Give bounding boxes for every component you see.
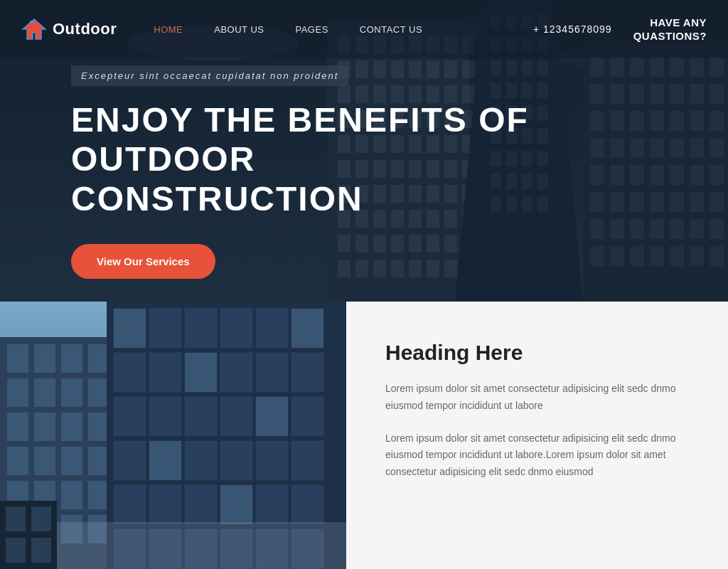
svg-rect-249 (256, 397, 288, 436)
svg-rect-187 (34, 344, 55, 373)
svg-rect-205 (88, 481, 109, 509)
logo[interactable]: Outdoor (21, 16, 117, 42)
svg-rect-234 (291, 441, 323, 480)
phone-number: + 12345678099 (533, 23, 612, 35)
svg-rect-231 (185, 441, 217, 480)
svg-rect-204 (61, 481, 82, 509)
nav-about[interactable]: ABOUT US (198, 24, 279, 35)
svg-rect-224 (149, 397, 181, 436)
svg-rect-215 (256, 309, 288, 348)
lower-heading: Heading Here (385, 341, 696, 365)
svg-rect-212 (149, 309, 181, 348)
svg-rect-235 (114, 485, 146, 524)
building-image (0, 302, 346, 569)
svg-rect-220 (220, 353, 252, 392)
svg-rect-198 (7, 447, 28, 475)
svg-rect-250 (149, 441, 181, 480)
svg-rect-218 (149, 353, 181, 392)
svg-rect-191 (34, 378, 55, 407)
logo-icon (21, 16, 47, 42)
svg-rect-193 (88, 378, 109, 407)
nav-pages[interactable]: PAGES (279, 24, 343, 35)
cta-button[interactable]: HAVE ANY QUASTIONS? (633, 16, 707, 43)
brand-name: Outdoor (53, 20, 117, 38)
svg-rect-182 (30, 21, 34, 23)
svg-rect-221 (256, 353, 288, 392)
hero-section: Outdoor HOME ABOUT US PAGES CONTACT US +… (0, 0, 728, 302)
svg-rect-199 (34, 447, 55, 475)
svg-rect-223 (114, 397, 146, 436)
nav-contact[interactable]: CONTACT US (344, 24, 438, 35)
lower-para-2: Lorem ipsum dolor sit amet consectetur a… (385, 430, 696, 481)
building-svg (0, 302, 346, 569)
svg-rect-229 (114, 441, 146, 480)
svg-rect-192 (61, 378, 82, 407)
svg-rect-247 (114, 309, 146, 348)
view-services-button[interactable]: View Our Services (71, 244, 215, 279)
navbar: Outdoor HOME ABOUT US PAGES CONTACT US +… (0, 0, 728, 58)
svg-rect-232 (220, 441, 252, 480)
lower-section: Heading Here Lorem ipsum dolor sit amet … (0, 302, 728, 569)
svg-rect-201 (88, 447, 109, 475)
svg-rect-194 (7, 413, 28, 441)
svg-rect-189 (88, 344, 109, 373)
svg-rect-200 (61, 447, 82, 475)
lower-para-1: Lorem ipsum dolor sit amet consectetur a… (385, 381, 696, 415)
nav-home[interactable]: HOME (138, 24, 198, 35)
svg-rect-186 (7, 344, 28, 373)
hero-title: ENJOY THE BENEFITS OF OUTDOOR CONSTRUCTI… (71, 100, 626, 218)
nav-links: HOME ABOUT US PAGES CONTACT US (138, 24, 526, 35)
svg-rect-190 (7, 378, 28, 407)
svg-rect-252 (291, 309, 323, 348)
svg-rect-237 (185, 485, 217, 524)
svg-rect-214 (220, 309, 252, 348)
svg-rect-233 (256, 441, 288, 480)
svg-rect-226 (220, 397, 252, 436)
lower-content: Heading Here Lorem ipsum dolor sit amet … (346, 302, 728, 569)
svg-rect-239 (256, 485, 288, 524)
svg-rect-217 (114, 353, 146, 392)
svg-rect-248 (185, 353, 217, 392)
svg-rect-222 (291, 353, 323, 392)
svg-rect-225 (185, 397, 217, 436)
svg-rect-258 (31, 538, 51, 563)
svg-rect-188 (61, 344, 82, 373)
svg-rect-213 (185, 309, 217, 348)
svg-rect-196 (61, 413, 82, 441)
svg-rect-251 (220, 485, 252, 524)
svg-rect-236 (149, 485, 181, 524)
svg-rect-197 (88, 413, 109, 441)
svg-rect-256 (31, 506, 51, 531)
hero-tagline: Excepteur sint occaecat cupidatat non pr… (71, 65, 348, 86)
svg-rect-240 (291, 485, 323, 524)
svg-rect-228 (291, 397, 323, 436)
svg-rect-255 (6, 506, 26, 531)
svg-rect-195 (34, 413, 55, 441)
svg-rect-257 (6, 538, 26, 563)
